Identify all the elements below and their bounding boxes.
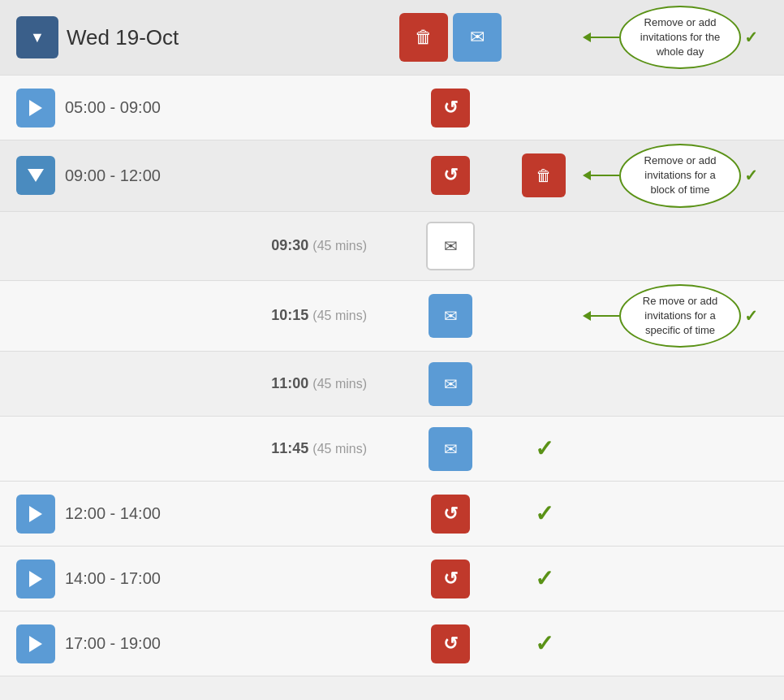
block-row-0900: 09:00 - 12:00 ↺ 🗑 Remove or add invitati… — [0, 140, 784, 212]
slot-actions-1145: ✉ — [390, 417, 511, 481]
actions-1700: ↺ — [390, 615, 511, 673]
slot-time-0930: 09:30 (45 mins) — [0, 227, 390, 264]
block-left-0500: 05:00 - 09:00 — [0, 79, 390, 137]
expand-button-1700[interactable] — [16, 624, 55, 663]
mail-icon-1100: ✉ — [444, 374, 458, 394]
actions-1200: ↺ — [390, 485, 511, 543]
annotation-block-text: Remove or add invitations for a block of… — [644, 154, 717, 196]
time-range-1200: 12:00 - 14:00 — [65, 504, 161, 523]
callout-stem-1015 — [583, 311, 619, 321]
mail-outline-button-0930[interactable]: ✉ — [426, 222, 475, 270]
expand-button-1200[interactable] — [16, 495, 55, 534]
slot-duration-1015: (45 mins) — [312, 309, 367, 322]
callout-check-0900: ✓ — [744, 166, 758, 185]
slot-time-label-1145: 11:45 (45 mins) — [16, 440, 373, 457]
block-left-0900: 09:00 - 12:00 — [0, 146, 390, 205]
annotation-block-0900: Remove or add invitations for a block of… — [576, 140, 784, 211]
checkmark-1700: ✓ — [535, 630, 554, 657]
callout-stem-0900 — [583, 171, 619, 180]
slot-row-1100: 11:00 (45 mins) ✉ — [0, 352, 784, 417]
delete-cell-0900: 🗑 — [511, 144, 576, 207]
mail-filled-button-1145[interactable]: ✉ — [429, 427, 472, 471]
check-cell-1100 — [511, 374, 576, 394]
mail-icon-1145: ✉ — [444, 439, 458, 459]
check-cell-1700: ✓ — [511, 620, 576, 667]
refresh-button-1200[interactable]: ↺ — [431, 495, 470, 534]
stem-line-1015 — [591, 315, 619, 317]
slot-row-1015: 10:15 (45 mins) ✉ Re move or add invitat… — [0, 281, 784, 352]
expand-button-0500[interactable] — [16, 89, 55, 127]
time-range-0900: 09:00 - 12:00 — [65, 166, 161, 185]
refresh-icon-1700: ↺ — [443, 633, 458, 655]
triangle-right-icon-1700 — [29, 636, 42, 652]
callout-stem — [583, 32, 619, 42]
mail-filled-button-1015[interactable]: ✉ — [429, 294, 472, 338]
slot-actions-1015: ✉ — [390, 284, 511, 348]
block-row-1700: 17:00 - 19:00 ↺ ✓ — [0, 611, 784, 676]
date-dropdown-button[interactable]: ▼ — [16, 16, 58, 58]
slot-actions-1100: ✉ — [390, 352, 511, 416]
mail-icon-1015: ✉ — [444, 306, 458, 326]
expand-button-1400[interactable] — [16, 560, 55, 598]
block-row-0500: 05:00 - 09:00 ↺ — [0, 76, 784, 140]
refresh-button-1700[interactable]: ↺ — [431, 624, 470, 663]
block-row-1400: 14:00 - 17:00 ↺ ✓ — [0, 547, 784, 611]
slot-time-1145: 11:45 (45 mins) — [0, 430, 390, 467]
actions-1400: ↺ — [390, 550, 511, 608]
slot-row-1145: 11:45 (45 mins) ✉ ✓ — [0, 417, 784, 482]
check-cell-1015 — [511, 306, 576, 326]
check-cell-0500 — [511, 98, 576, 118]
stem-arrow — [583, 32, 591, 42]
slot-row-0930: 09:30 (45 mins) ✉ — [0, 212, 784, 281]
slot-time-label-0930: 09:30 (45 mins) — [16, 237, 373, 254]
checkmark-1200: ✓ — [535, 500, 554, 527]
slot-actions-0930: ✉ — [390, 212, 511, 280]
checkmark-1400: ✓ — [535, 565, 554, 592]
slot-time-1015: 10:15 (45 mins) — [0, 297, 390, 334]
time-range-1700: 17:00 - 19:00 — [65, 634, 161, 653]
annotation-slot-1015: Re move or add invitations for a specifi… — [576, 281, 784, 352]
slot-duration-1145: (45 mins) — [312, 442, 367, 456]
block-row-1200: 12:00 - 14:00 ↺ ✓ — [0, 482, 784, 547]
stem-arrow-0900 — [583, 171, 591, 180]
trash-icon-0900: 🗑 — [536, 166, 552, 185]
mail-icon-0930: ✉ — [444, 236, 458, 256]
callout-bubble-0900: Remove or add invitations for a block of… — [619, 144, 741, 208]
mail-whole-day-button[interactable]: ✉ — [453, 13, 502, 62]
delete-button-0900[interactable]: 🗑 — [522, 153, 566, 197]
chevron-down-icon: ▼ — [30, 29, 45, 46]
check-cell-1200: ✓ — [511, 490, 576, 537]
refresh-icon-0500: ↺ — [443, 97, 458, 119]
refresh-button-0900[interactable]: ↺ — [431, 156, 470, 195]
time-range-1400: 14:00 - 17:00 — [65, 569, 161, 588]
stem-line — [591, 37, 619, 38]
header-row: ▼ Wed 19-Oct 🗑 ✉ Remove or add invitatio… — [0, 0, 784, 76]
stem-line-0900 — [591, 175, 619, 176]
refresh-icon-1200: ↺ — [443, 503, 458, 525]
callout-check-1015: ✓ — [744, 306, 758, 326]
expand-button-0900[interactable] — [16, 156, 55, 195]
check-cell-1145: ✓ — [511, 426, 576, 472]
triangle-right-icon-1400 — [29, 571, 42, 587]
mail-icon: ✉ — [470, 27, 485, 48]
callout-check-whole-day: ✓ — [744, 28, 758, 47]
triangle-right-icon-0500 — [29, 100, 42, 116]
delete-whole-day-button[interactable]: 🗑 — [399, 13, 448, 62]
refresh-button-0500[interactable]: ↺ — [431, 89, 470, 127]
header-actions: 🗑 ✉ — [390, 0, 511, 75]
checkmark-1145: ✓ — [535, 435, 554, 462]
annotation-specific-text: Re move or add invitations for a specifi… — [643, 295, 718, 336]
actions-0500: ↺ — [390, 79, 511, 137]
check-cell-0930 — [511, 236, 576, 256]
slot-time-label-1100: 11:00 (45 mins) — [16, 375, 373, 392]
slot-duration-1100: (45 mins) — [312, 377, 367, 391]
refresh-icon-0900: ↺ — [443, 165, 458, 186]
mail-filled-button-1100[interactable]: ✉ — [429, 362, 472, 406]
slot-duration-0930: (45 mins) — [312, 239, 367, 253]
refresh-button-1400[interactable]: ↺ — [431, 560, 470, 598]
date-selector: ▼ Wed 19-Oct — [0, 3, 390, 71]
block-left-1700: 17:00 - 19:00 — [0, 615, 390, 673]
block-left-1200: 12:00 - 14:00 — [0, 485, 390, 543]
main-container: ▼ Wed 19-Oct 🗑 ✉ Remove or add invitatio… — [0, 0, 784, 676]
triangle-down-icon-0900 — [28, 169, 44, 182]
